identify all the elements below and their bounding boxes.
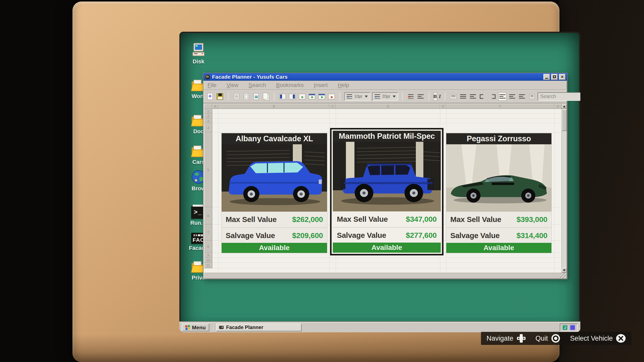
start-menu-label: Menu (192, 325, 206, 331)
row-header-11[interactable]: 11 (204, 263, 212, 268)
availability-banner[interactable]: Available (446, 243, 551, 253)
salvage-value: $209,600 (292, 231, 323, 240)
toolbar: 10pt 20pt B I (204, 90, 567, 103)
minimize-button[interactable] (543, 74, 550, 80)
panel-left-icon (279, 94, 286, 99)
align-justify-button[interactable] (459, 92, 467, 101)
hint-label: Select Vehicle (570, 335, 613, 342)
vehicle-card-patriot[interactable]: Mammoth Patriot Mil-Spec (330, 128, 444, 255)
image-document-button[interactable] (252, 92, 260, 101)
row-header-10[interactable]: 10 (204, 258, 212, 263)
window-titlebar[interactable]: Facade Planner - Yusufs Cars ✕ (204, 73, 567, 81)
column-header-c[interactable]: C (330, 104, 336, 109)
menu-view[interactable]: View (226, 82, 238, 88)
line-spacing-large-dropdown[interactable]: 20pt (372, 92, 398, 101)
insert-table-icon (450, 94, 457, 99)
facade-icon-text: FAC (193, 237, 205, 243)
align-right-button[interactable] (508, 92, 516, 101)
window-green2-button[interactable] (308, 92, 316, 101)
taskbar-task-facade-planner[interactable]: Facade Planner (216, 324, 302, 331)
row-header-7[interactable]: 7 (204, 224, 212, 241)
salvage-label: Salvage Value (226, 231, 275, 240)
save-button[interactable] (216, 92, 224, 101)
window-green-button[interactable] (298, 92, 306, 101)
start-menu-button[interactable]: Menu (182, 324, 209, 331)
row-header-5[interactable]: 5 (204, 132, 212, 207)
salvage-label: Salvage Value (450, 231, 500, 240)
row-header-1[interactable]: 1 (204, 109, 212, 114)
arrow-up-icon (563, 106, 566, 107)
panel-left-button[interactable] (278, 92, 287, 101)
scrollbar-thumb[interactable] (562, 109, 567, 131)
row-header-6[interactable]: 6 (204, 207, 212, 224)
vehicle-title: Albany Cavalcade XL (222, 133, 327, 144)
salvage-value: $277,600 (406, 231, 437, 240)
spacing-above-button[interactable] (407, 92, 415, 101)
close-icon: ✕ (561, 75, 564, 79)
menu-search[interactable]: Search (249, 82, 266, 88)
new-document-button[interactable] (206, 92, 214, 101)
row-header-2[interactable]: 2 (204, 114, 212, 118)
column-header-e[interactable]: E (440, 104, 446, 109)
column-header-a[interactable]: A (212, 104, 218, 109)
draft-document-button[interactable] (242, 92, 250, 101)
max-sell-label: Max Sell Value (226, 215, 277, 224)
copy-document-button[interactable] (262, 92, 270, 101)
bold-button[interactable]: B (433, 93, 437, 101)
row-header-3[interactable]: 3 (204, 118, 212, 123)
desktop-icon-disk[interactable]: Disk (183, 42, 214, 65)
row-header-9[interactable]: 9 (204, 253, 212, 258)
menu-insert[interactable]: Insert (314, 82, 328, 88)
window-green3-button[interactable] (318, 92, 326, 101)
insert-table-button[interactable] (449, 92, 457, 101)
menu-bookmarks[interactable]: Bookmarks (276, 82, 304, 88)
resize-grip[interactable] (560, 273, 567, 278)
sheet-body: Albany Cavalcade XL (212, 109, 561, 273)
align-left-button[interactable] (469, 92, 477, 101)
max-sell-label: Max Sell Value (450, 215, 501, 224)
menu-file[interactable]: File (208, 82, 216, 88)
tray-apps-icon[interactable] (570, 325, 575, 330)
column-header-b[interactable]: B (218, 104, 330, 109)
column-header-g[interactable]: G (554, 104, 561, 109)
max-sell-value: $347,000 (406, 215, 437, 223)
max-sell-value: $393,000 (516, 215, 547, 224)
indent-start-button[interactable] (479, 92, 487, 101)
maximize-button[interactable] (551, 74, 558, 80)
availability-banner[interactable]: Available (222, 243, 327, 253)
availability-banner[interactable]: Available (333, 243, 441, 253)
sheet-corner (204, 104, 212, 109)
vehicle-title: Pegassi Zorrusso (446, 133, 551, 144)
search-input[interactable] (540, 94, 580, 99)
vehicle-card-cavalcade[interactable]: Albany Cavalcade XL (222, 133, 327, 253)
window-title: Facade Planner - Yusufs Cars (212, 74, 541, 80)
close-button[interactable]: ✕ (559, 74, 566, 80)
line-spacing-small-dropdown[interactable]: 10pt (344, 92, 370, 101)
indent-end-icon (490, 94, 496, 99)
line-spacing-small-value: 10pt (354, 94, 363, 99)
row-header-8[interactable]: 8 (204, 241, 212, 253)
spacing-below-button[interactable] (417, 92, 425, 101)
text-document-button[interactable] (232, 92, 240, 101)
vertical-scrollbar[interactable] (561, 104, 567, 273)
window-red-button[interactable] (328, 92, 336, 101)
align-center-button[interactable] (518, 92, 526, 101)
vehicle-card-zorrusso[interactable]: Pegassi Zorrusso (446, 133, 551, 253)
vehicle-image-patriot (333, 142, 441, 211)
scroll-up-button[interactable] (562, 104, 567, 109)
column-header-f[interactable]: F (446, 104, 554, 109)
row-header-4[interactable]: 4 (204, 123, 212, 132)
salvage-label: Salvage Value (337, 231, 386, 240)
row-headers: 1 2 3 4 5 6 7 8 9 10 11 (204, 109, 212, 273)
column-header-d[interactable]: D (336, 104, 440, 109)
clear-format-button[interactable] (528, 92, 536, 101)
indent-end-button[interactable] (489, 92, 497, 101)
panel-right-button[interactable] (288, 92, 296, 101)
wrap-text-button[interactable] (498, 92, 506, 101)
scroll-down-button[interactable] (562, 268, 567, 273)
column-headers: A B C D E F G (212, 104, 561, 109)
italic-button[interactable]: I (439, 93, 441, 101)
tray-network-icon[interactable] (562, 325, 568, 330)
menu-help[interactable]: Help (338, 82, 349, 88)
text-document-icon (234, 93, 239, 100)
